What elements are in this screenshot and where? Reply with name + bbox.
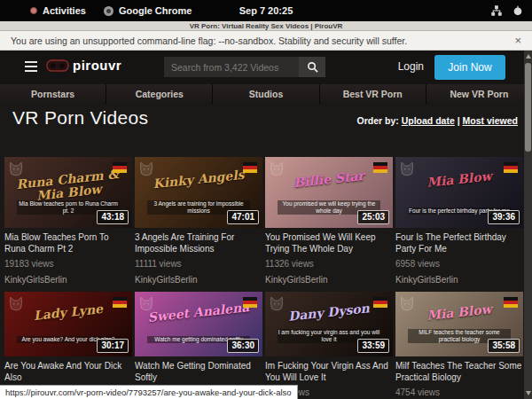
video-studio-link[interactable]: KinkyGirlsBerlin [135,275,262,285]
video-thumbnail[interactable]: Lady Lyne Are you awake? And your dick a… [4,292,132,356]
studio-watermark-icon [399,160,415,176]
german-flag-icon [243,297,257,308]
thumbnail-performer-name: Runa Charm & Mia Blow [9,167,128,206]
studio-watermark-icon [269,295,285,311]
video-card: Dany Dyson I am fucking your virgin ass … [265,292,393,399]
studio-watermark-icon [269,160,285,176]
video-title[interactable]: Watch Me Getting Dominated Softly [135,361,262,383]
video-card: Mia Blow Four is the perfect birthday pa… [395,157,523,285]
video-thumbnail[interactable]: Mia Blow MILF teaches the teacher some p… [395,292,523,356]
video-thumbnail[interactable]: Kinky Angels 3 Angels are training for i… [135,157,262,228]
studio-watermark-icon [399,295,415,311]
infobar-message: You are using an unsupported command-lin… [11,35,407,46]
chrome-infobar: You are using an unsupported command-lin… [0,31,532,51]
site-header: pirouvr Login Join Now [0,51,532,84]
video-thumbnail[interactable]: Runa Charm & Mia Blow Mia Blow teaches p… [4,157,132,228]
video-title[interactable]: 3 Angels Are Training For Impossible Mis… [135,232,262,254]
search-button[interactable] [299,57,325,77]
german-flag-icon [373,297,387,308]
german-flag-icon [504,297,518,308]
page-title: VR Porn Videos [12,107,148,128]
window-title: VR Porn: Virtual Reality Sex Videos | Pi… [0,21,532,31]
nav-item-new-vr[interactable]: New VR Porn [426,84,532,105]
nav-item-pornstars[interactable]: Pornstars [0,84,106,105]
video-title[interactable]: You Promised We Will Keep Trying The Who… [265,232,393,254]
thumbnail-performer-name: Billie Star [270,167,388,192]
login-link[interactable]: Login [398,60,424,73]
network-icon[interactable] [491,5,502,16]
video-title[interactable]: Im Fucking Your Virgin Ass And You Will … [265,361,393,383]
nav-item-studios[interactable]: Studios [213,84,319,105]
video-views: 11326 views [265,259,393,269]
search-icon [307,61,318,73]
nav-item-best-vr[interactable]: Best VR Porn [320,84,426,105]
german-flag-icon [504,162,518,173]
video-title[interactable]: Mia Blow Teaches Porn To Runa Charm Pt 2 [4,232,132,254]
order-by-most-viewed-link[interactable]: Most viewed [463,115,518,126]
video-duration-badge: 33:59 [357,339,389,353]
video-thumbnail[interactable]: Dany Dyson I am fucking your virgin ass … [265,292,393,356]
thumbnail-performer-name: Kinky Angels [140,167,258,192]
video-thumbnail[interactable]: Billie Star You promised we will keep tr… [265,157,393,228]
system-clock[interactable]: Sep 7 20:25 [0,5,532,16]
video-duration-badge: 39:36 [488,210,520,224]
studio-watermark-icon [8,295,24,311]
thumbnail-performer-name: Mia Blow [401,167,519,192]
scroll-up-icon[interactable] [526,54,531,59]
thumbnail-performer-name: Mia Blow [401,300,519,325]
page-heading-row: VR Porn Videos Order by: Upload date | M… [12,107,518,134]
studio-watermark-icon [138,160,154,176]
video-card: Kinky Angels 3 Angels are training for i… [135,157,262,285]
video-grid: Runa Charm & Mia Blow Mia Blow teaches p… [4,157,523,399]
video-title[interactable]: Are You Awake And Your Dick Also [4,361,132,383]
system-top-bar: Activities Google Chrome Sep 7 20:25 [0,0,532,21]
order-by-upload-date-link[interactable]: Upload date [402,115,455,126]
menu-hamburger-icon[interactable] [25,61,37,72]
video-duration-badge: 30:17 [97,339,129,353]
search-input[interactable] [164,57,299,77]
studio-watermark-icon [8,160,24,176]
video-views: 4754 views [395,387,523,397]
scroll-down-icon[interactable] [526,391,531,395]
german-flag-icon [113,162,127,173]
video-studio-link[interactable]: KinkyGirlsBerlin [4,275,132,285]
thumbnail-performer-name: Lady Lyne [10,300,128,325]
nav-item-categories[interactable]: Categories [106,84,213,105]
video-card: Sweet Analena Watch me getting dominated… [135,292,262,399]
video-duration-badge: 25:03 [357,210,389,224]
infobar-close-icon[interactable]: × [514,35,521,46]
join-now-button[interactable]: Join Now [434,55,505,80]
order-by-label: Order by: [357,115,399,126]
video-card: Billie Star You promised we will keep tr… [265,157,393,285]
video-studio-link[interactable]: KinkyGirlsBerlin [265,275,393,285]
german-flag-icon [373,162,387,173]
video-thumbnail[interactable]: Mia Blow Four is the perfect birthday pa… [395,157,523,228]
main-nav: Pornstars Categories Studios Best VR Por… [0,84,532,105]
video-studio-link[interactable]: KinkyGirlsBerlin [395,275,523,285]
video-duration-badge: 36:30 [227,339,259,353]
video-title[interactable]: Milf Teaches The Teacher Some Practical … [395,361,523,383]
browser-viewport: pirouvr Login Join Now Pornstars Categor… [0,51,532,399]
scrollbar-thumb[interactable] [525,63,531,152]
video-views: 11111 views [135,259,262,269]
video-card: Runa Charm & Mia Blow Mia Blow teaches p… [4,157,132,285]
thumbnail-performer-name: Dany Dyson [270,300,388,325]
order-by: Order by: Upload date | Most viewed [357,115,519,126]
vr-goggles-icon [46,59,69,73]
video-card: Mia Blow MILF teaches the teacher some p… [395,292,523,399]
video-card: Lady Lyne Are you awake? And your dick a… [4,292,132,399]
power-icon[interactable] [512,5,523,16]
thumbnail-performer-name: Sweet Analena [140,300,258,325]
status-bar-url: https://pirouvr.com/vr-porn-video/779325… [0,385,298,399]
german-flag-icon [113,297,127,308]
german-flag-icon [243,162,257,173]
site-logo-text: pirouvr [73,58,121,73]
site-logo[interactable]: pirouvr [46,58,121,73]
scrollbar [524,51,532,399]
video-title[interactable]: Four Is The Perfect Birthday Party For M… [395,232,523,254]
video-views: 6958 views [395,259,523,269]
video-thumbnail[interactable]: Sweet Analena Watch me getting dominated… [135,292,262,356]
video-duration-badge: 35:58 [488,339,520,353]
studio-watermark-icon [138,295,154,311]
video-views: 19183 views [4,259,132,269]
